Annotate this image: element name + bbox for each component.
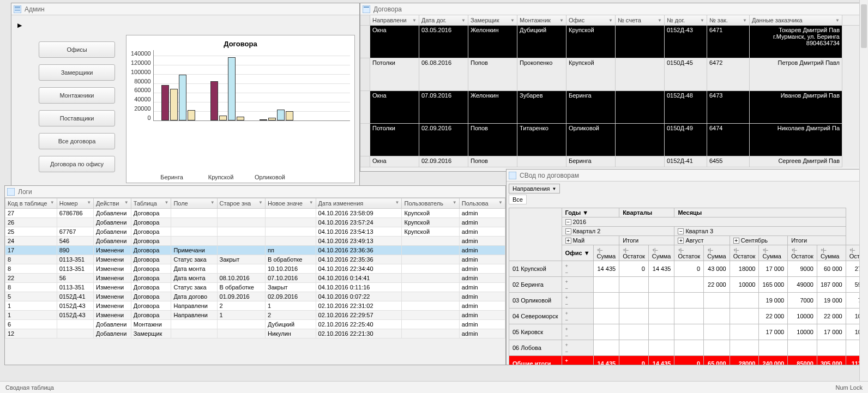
logs-row[interactable]: 10152Д-43ИзменениДоговораНаправлени1202.… bbox=[5, 311, 505, 320]
contracts-window: Договора Направлени▼Дата дог.▼Замерщик▼М… bbox=[360, 3, 861, 172]
logs-row[interactable]: 80113-351ИзменениДоговораСтатус закаЗакр… bbox=[5, 255, 505, 264]
logs-col-header[interactable]: Дата изменения▼ bbox=[316, 198, 402, 209]
contracts-col-header[interactable]: Офис▼ bbox=[566, 15, 616, 25]
logs-col-header[interactable]: Пользователь▼ bbox=[402, 198, 459, 209]
nav-btn-suppliers[interactable]: Поставщики bbox=[39, 110, 115, 126]
svg-rect-3 bbox=[15, 10, 20, 11]
logs-row[interactable]: 26ДобавлениДоговора04.10.2016 23:57:24Кр… bbox=[5, 218, 505, 227]
admin-title-bar[interactable]: Админ bbox=[11, 3, 359, 15]
main-vscroll[interactable] bbox=[859, 0, 868, 381]
logs-col-header[interactable]: Действи▼ bbox=[94, 198, 131, 209]
logs-row[interactable]: 10152Д-43ИзменениДоговораНаправлени2102.… bbox=[5, 301, 505, 311]
logs-title-bar[interactable]: Логи bbox=[5, 186, 505, 198]
status-bar: Сводная таблица Num Lock bbox=[0, 381, 868, 393]
logs-row[interactable]: 80113-351ИзменениДоговораДата монта10.10… bbox=[5, 264, 505, 274]
pivot-row[interactable]: 05 Кировск+−17 0001000017 00010000 bbox=[509, 324, 860, 340]
pivot-row[interactable]: 06 Лобова+− bbox=[509, 340, 860, 356]
logs-col-header[interactable]: Новое значе▼ bbox=[265, 198, 316, 209]
form-icon bbox=[363, 5, 370, 13]
pivot-filter-value: Все bbox=[509, 195, 527, 204]
contracts-row[interactable]: Окна02.09.2016ПоповБеринга0152Д-416455Се… bbox=[360, 156, 861, 167]
contracts-row[interactable]: Потолки06.08.2016ПоповПрокопенкоКрупской… bbox=[360, 58, 861, 91]
form-icon bbox=[509, 172, 516, 179]
nav-btn-offices[interactable]: Офисы bbox=[39, 41, 115, 58]
admin-window: Админ ▶ Офисы Замерщики Монтажники Поста… bbox=[11, 3, 360, 188]
nav-btn-all-contracts[interactable]: Все договора bbox=[39, 133, 115, 149]
chart-x-axis: БерингаКрупскойОрликовой bbox=[131, 174, 350, 180]
pivot-row[interactable]: 04 Североморск+−22 0001000022 00010000 bbox=[509, 309, 860, 324]
pivot-title-bar[interactable]: СВод по договорам bbox=[507, 170, 860, 182]
pivot-table[interactable]: Годы ▼КварталыМесяцы−2016−Квартал 2−Квар… bbox=[509, 208, 860, 365]
logs-row[interactable]: 12ДобавлениЗамерщикНикулин02.10.2016 22:… bbox=[5, 329, 505, 338]
logs-row[interactable]: 2256ИзменениДоговораДата монта08.10.2016… bbox=[5, 274, 505, 283]
contracts-col-header[interactable]: Данные заказчика▼ bbox=[750, 15, 842, 25]
contracts-col-header[interactable]: № зак.▼ bbox=[707, 15, 750, 25]
logs-row[interactable]: 24546ДобавлениДоговора04.10.2016 23:49:1… bbox=[5, 237, 505, 246]
chart-plot bbox=[153, 50, 350, 121]
nav-btn-installers[interactable]: Монтажники bbox=[39, 87, 115, 104]
chart-y-axis: 140000120000100000800006000040000200000 bbox=[131, 50, 153, 121]
contracts-title-bar[interactable]: Договора bbox=[360, 3, 861, 15]
contracts-col-header[interactable]: № счета▼ bbox=[616, 15, 665, 25]
contracts-col-header[interactable]: Замерщик▼ bbox=[468, 15, 517, 25]
admin-title: Админ bbox=[25, 5, 45, 13]
pivot-title: СВод по договорам bbox=[520, 172, 579, 179]
logs-row[interactable]: 50152Д-41ИзменениДоговораДата догово01.0… bbox=[5, 292, 505, 301]
chart-title: Договора bbox=[131, 40, 350, 48]
logs-row[interactable]: 2567767ДобавлениДоговора04.10.2016 23:54… bbox=[5, 227, 505, 237]
logs-title: Логи bbox=[18, 188, 32, 196]
contracts-row[interactable]: Окна07.09.2016ЖелонкинЗубаревБеринга0152… bbox=[360, 91, 861, 124]
pivot-filter-label: Направления bbox=[513, 185, 550, 192]
logs-row[interactable]: 6ДобавлениМонтажниДубицкий02.10.2016 22:… bbox=[5, 320, 505, 329]
nav-btn-contracts-by-office[interactable]: Договора по офису bbox=[39, 156, 115, 172]
dropdown-icon: ▼ bbox=[552, 186, 557, 191]
pivot-filter[interactable]: Направления ▼ bbox=[509, 184, 560, 194]
logs-col-header[interactable]: Номер▼ bbox=[57, 198, 93, 209]
logs-row[interactable]: 17890ИзменениДоговораПримечанипп04.10.20… bbox=[5, 246, 505, 255]
svg-rect-6 bbox=[7, 188, 15, 196]
logs-col-header[interactable]: Старое зна▼ bbox=[217, 198, 265, 209]
svg-rect-5 bbox=[364, 7, 369, 8]
logs-col-header[interactable]: Таблица▼ bbox=[131, 198, 171, 209]
record-selector-icon[interactable]: ▶ bbox=[16, 20, 23, 31]
contracts-chart: Договора 1400001200001000008000060000400… bbox=[126, 35, 355, 183]
scrollbar-thumb[interactable] bbox=[861, 4, 867, 48]
svg-rect-7 bbox=[509, 172, 516, 179]
status-right: Num Lock bbox=[835, 384, 863, 391]
logs-window: Логи Код в таблице▼Номер▼Действи▼Таблица… bbox=[4, 185, 506, 365]
contracts-row[interactable]: Потолки02.09.2016ПоповТитаренкоОрликовой… bbox=[360, 124, 861, 156]
pivot-row[interactable]: 01 Крупской+−14 435014 435043 0001800017… bbox=[509, 261, 860, 277]
pivot-totals-row: Общие итоги+−14 435014 435065 0002800024… bbox=[509, 356, 860, 365]
nav-btn-measurers[interactable]: Замерщики bbox=[39, 64, 115, 81]
svg-rect-1 bbox=[15, 7, 20, 8]
pivot-row[interactable]: 03 Орликовой+−19 000700019 0007000 bbox=[509, 293, 860, 309]
logs-row[interactable]: 80113-351ИзменениДоговораСтатус закаВ об… bbox=[5, 283, 505, 292]
contracts-row[interactable]: Окна03.05.2016ЖелонкинДубицкийКрупской01… bbox=[360, 26, 861, 58]
contracts-col-header[interactable]: Монтажник▼ bbox=[517, 15, 566, 25]
contracts-col-header[interactable]: Направлени▼ bbox=[370, 15, 419, 25]
svg-rect-2 bbox=[15, 9, 20, 9]
contracts-col-header[interactable]: № дог.▼ bbox=[665, 15, 707, 25]
contracts-col-header[interactable]: Дата дог.▼ bbox=[419, 15, 468, 25]
logs-col-header[interactable]: Пользова▼ bbox=[459, 198, 505, 209]
contracts-title: Договора bbox=[373, 5, 402, 13]
contracts-body: Окна03.05.2016ЖелонкинДубицкийКрупской01… bbox=[360, 26, 861, 167]
logs-table[interactable]: Код в таблице▼Номер▼Действи▼Таблица▼Поле… bbox=[5, 198, 505, 338]
form-icon bbox=[14, 5, 21, 13]
status-left: Сводная таблица bbox=[5, 384, 54, 391]
logs-col-header[interactable]: Код в таблице▼ bbox=[5, 198, 57, 209]
contracts-header-row: Направлени▼Дата дог.▼Замерщик▼Монтажник▼… bbox=[360, 15, 861, 26]
logs-col-header[interactable]: Поле▼ bbox=[171, 198, 217, 209]
pivot-row[interactable]: 02 Беринга+−22 00010000165 00049000187 0… bbox=[509, 277, 860, 293]
pivot-window: СВод по договорам Направления ▼ Все Годы… bbox=[506, 169, 860, 365]
form-icon bbox=[7, 188, 15, 196]
logs-row[interactable]: 276786786ДобавлениДоговора04.10.2016 23:… bbox=[5, 209, 505, 218]
admin-nav: Офисы Замерщики Монтажники Поставщики Вс… bbox=[39, 41, 115, 183]
